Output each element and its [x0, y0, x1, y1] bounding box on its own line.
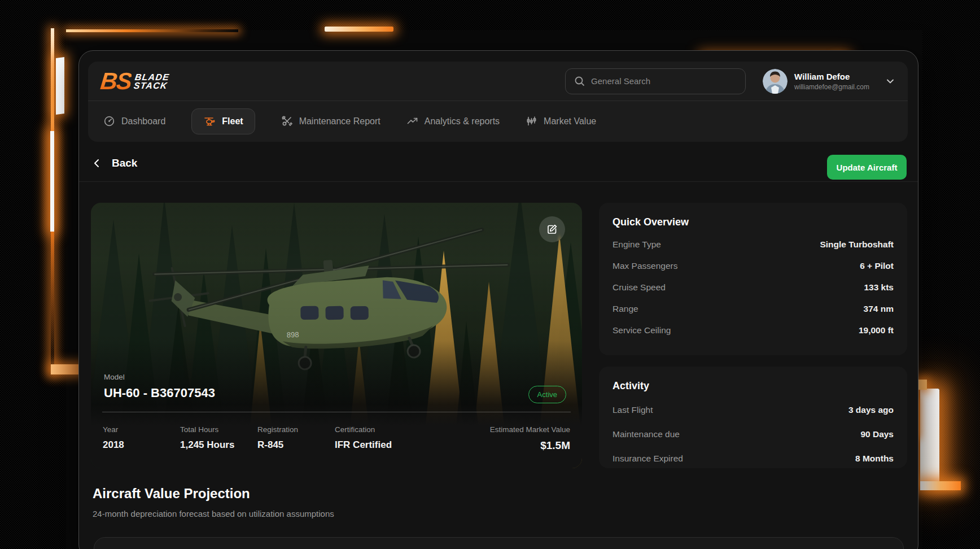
activity-row-last-flight: Last Flight 3 days ago [613, 398, 894, 422]
update-aircraft-button[interactable]: Update Aircraft [827, 155, 907, 180]
stat-registration: Registration R-845 [257, 425, 335, 452]
stat-total-hours: Total Hours 1,245 Hours [180, 425, 257, 452]
app-window: BS BLADE STACK [78, 50, 918, 549]
overview-row-range: Range 374 nm [613, 298, 894, 320]
activity-row-insurance-expired: Insurance Expired 8 Months [613, 446, 894, 470]
overview-row-max-passengers: Max Passengers 6 + Pilot [613, 255, 894, 277]
side-panels: Quick Overview Engine Type Single Turbos… [599, 203, 907, 468]
quick-overview-title: Quick Overview [613, 216, 894, 228]
stat-market-value: Estimated Market Value $1.5M [453, 425, 571, 452]
candlestick-icon [526, 115, 537, 127]
quick-overview-panel: Quick Overview Engine Type Single Turbos… [599, 203, 907, 355]
hero-divider [102, 412, 571, 412]
activity-panel: Activity Last Flight 3 days ago Maintena… [599, 367, 907, 468]
brand-abbr: BS [99, 70, 133, 93]
user-menu[interactable]: William Defoe williamdefoe@gmail.com [763, 69, 895, 94]
search-box[interactable] [565, 68, 746, 94]
chevron-down-icon[interactable] [885, 76, 895, 86]
back-icon [91, 158, 103, 169]
avatar [763, 69, 788, 94]
search-input[interactable] [591, 76, 737, 86]
value-projection-chart-card [94, 537, 904, 549]
nav-item-market-value[interactable]: Market Value [526, 115, 596, 127]
header-top-row: BS BLADE STACK [88, 62, 908, 101]
main-content: 898 Model UH-60 - B36707543 Active [91, 203, 907, 468]
helicopter-icon [203, 115, 216, 128]
aircraft-hero-card: 898 Model UH-60 - B36707543 Active [91, 203, 582, 468]
activity-title: Activity [613, 380, 894, 392]
brand-wordmark: BLADE STACK [133, 73, 170, 90]
model-label: Model [104, 373, 215, 381]
back-label: Back [112, 157, 137, 169]
user-text: William Defoe williamdefoe@gmail.com [794, 72, 869, 91]
value-projection-header: Aircraft Value Projection 24-month depre… [93, 486, 334, 518]
overview-row-service-ceiling: Service Ceiling 19,000 ft [613, 320, 894, 341]
tools-icon [281, 115, 293, 127]
app-header: BS BLADE STACK [88, 62, 908, 142]
user-email: williamdefoe@gmail.com [794, 83, 869, 91]
activity-row-maintenance-due: Maintenance due 90 Days [613, 422, 894, 446]
aircraft-stats: Year 2018 Total Hours 1,245 Hours Regist… [103, 425, 570, 452]
value-projection-subtitle: 24-month depreciation forecast based on … [93, 509, 334, 518]
main-nav: Dashboard Fleet [88, 101, 908, 141]
nav-item-maintenance-report[interactable]: Maintenance Report [281, 115, 380, 127]
nav-item-fleet[interactable]: Fleet [191, 108, 255, 134]
nav-item-dashboard[interactable]: Dashboard [103, 115, 165, 127]
section-divider [79, 181, 918, 182]
back-button[interactable]: Back [91, 157, 137, 169]
gauge-icon [103, 115, 115, 127]
value-projection-title: Aircraft Value Projection [93, 486, 334, 502]
brand-logo: BS BLADE STACK [100, 70, 169, 93]
trend-up-icon [406, 115, 418, 127]
overview-row-engine-type: Engine Type Single Turboshaft [613, 234, 894, 255]
user-name: William Defoe [794, 72, 869, 81]
edit-aircraft-button[interactable] [539, 216, 565, 242]
stat-year: Year 2018 [103, 425, 180, 452]
model-block: Model UH-60 - B36707543 [104, 373, 215, 400]
search-icon [574, 76, 585, 87]
stat-certification: Certification IFR Certified [335, 425, 453, 452]
overview-row-cruise-speed: Cruise Speed 133 kts [613, 277, 894, 298]
status-badge: Active [528, 386, 566, 403]
edit-icon [546, 223, 558, 236]
nav-item-analytics-reports[interactable]: Analytics & reports [406, 115, 500, 127]
model-name: UH-60 - B36707543 [104, 386, 215, 400]
